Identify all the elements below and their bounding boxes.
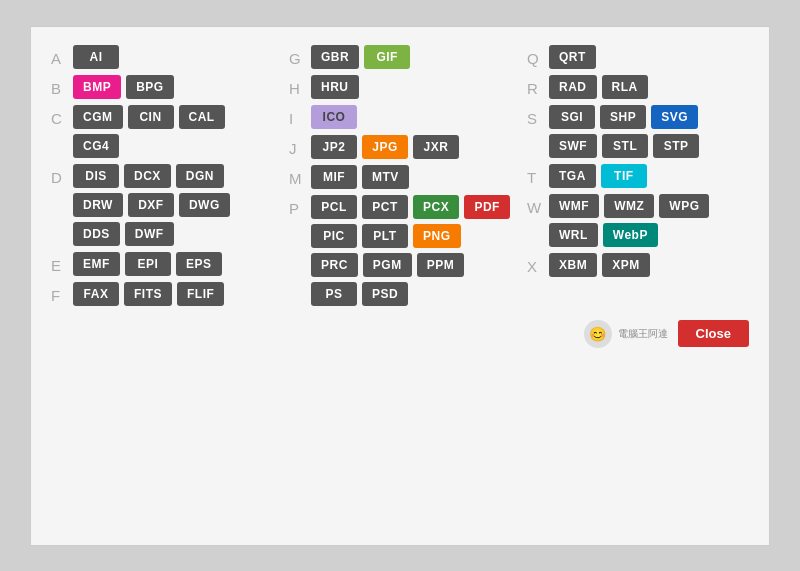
badges-F: FAXFITSFLIF <box>73 282 224 306</box>
badge-WRL[interactable]: WRL <box>549 223 598 247</box>
badge-WMZ[interactable]: WMZ <box>604 194 654 218</box>
badge-STP[interactable]: STP <box>653 134 699 158</box>
letter-A: A <box>51 45 73 67</box>
badge-PRC[interactable]: PRC <box>311 253 358 277</box>
badge-RAD[interactable]: RAD <box>549 75 597 99</box>
badge-TIF[interactable]: TIF <box>601 164 647 188</box>
badge-PLT[interactable]: PLT <box>362 224 408 248</box>
section-A: AAI <box>51 45 273 69</box>
badge-PCL[interactable]: PCL <box>311 195 357 219</box>
badge-DWG[interactable]: DWG <box>179 193 230 217</box>
badge-HRU[interactable]: HRU <box>311 75 359 99</box>
badge-TGA[interactable]: TGA <box>549 164 596 188</box>
letter-M: M <box>289 165 311 187</box>
letter-S: S <box>527 105 549 127</box>
letter-T: T <box>527 164 549 186</box>
badge-JPG[interactable]: JPG <box>362 135 408 159</box>
column-1: GGBRGIFHHRUIICOJJP2JPGJXRMMIFMTVPPCLPCTP… <box>281 45 519 312</box>
badge-EPS[interactable]: EPS <box>176 252 222 276</box>
badge-SWF[interactable]: SWF <box>549 134 597 158</box>
badge-FITS[interactable]: FITS <box>124 282 172 306</box>
letter-H: H <box>289 75 311 97</box>
section-C: CCGMCINCALCG4 <box>51 105 273 158</box>
badge-PCT[interactable]: PCT <box>362 195 408 219</box>
watermark: 😊 電腦王阿達 <box>584 320 668 348</box>
section-R: RRADRLA <box>527 75 749 99</box>
badge-CGM[interactable]: CGM <box>73 105 123 129</box>
badge-SVG[interactable]: SVG <box>651 105 698 129</box>
badge-EPI[interactable]: EPI <box>125 252 171 276</box>
badge-BMP[interactable]: BMP <box>73 75 121 99</box>
badge-PGM[interactable]: PGM <box>363 253 412 277</box>
badges-X: XBMXPM <box>549 253 650 277</box>
badges-E: EMFEPIEPS <box>73 252 222 276</box>
badge-FLIF[interactable]: FLIF <box>177 282 224 306</box>
badge-AI[interactable]: AI <box>73 45 119 69</box>
badge-EMF[interactable]: EMF <box>73 252 120 276</box>
section-H: HHRU <box>289 75 511 99</box>
section-M: MMIFMTV <box>289 165 511 189</box>
section-D: DDISDCXDGNDRWDXFDWGDDSDWF <box>51 164 273 246</box>
badge-JXR[interactable]: JXR <box>413 135 459 159</box>
badge-CAL[interactable]: CAL <box>179 105 225 129</box>
section-G: GGBRGIF <box>289 45 511 69</box>
section-W: WWMFWMZWPGWRLWebP <box>527 194 749 247</box>
section-E: EEMFEPIEPS <box>51 252 273 276</box>
badge-RLA[interactable]: RLA <box>602 75 648 99</box>
badges-M: MIFMTV <box>311 165 409 189</box>
badge-CIN[interactable]: CIN <box>128 105 174 129</box>
badge-PDF[interactable]: PDF <box>464 195 510 219</box>
letter-C: C <box>51 105 73 127</box>
badge-CG4[interactable]: CG4 <box>73 134 119 158</box>
letter-E: E <box>51 252 73 274</box>
badge-XPM[interactable]: XPM <box>602 253 650 277</box>
badge-QRT[interactable]: QRT <box>549 45 596 69</box>
badge-WebP[interactable]: WebP <box>603 223 658 247</box>
badge-DCX[interactable]: DCX <box>124 164 171 188</box>
badge-PS[interactable]: PS <box>311 282 357 306</box>
column-2: QQRTRRADRLASSGISHPSVGSWFSTLSTPTTGATIFWWM… <box>519 45 749 312</box>
letter-F: F <box>51 282 73 304</box>
badge-PSD[interactable]: PSD <box>362 282 408 306</box>
letter-B: B <box>51 75 73 97</box>
section-P: PPCLPCTPCXPDFPICPLTPNGPRCPGMPPMPSPSD <box>289 195 511 306</box>
badge-GIF[interactable]: GIF <box>364 45 410 69</box>
badge-MTV[interactable]: MTV <box>362 165 409 189</box>
badge-SHP[interactable]: SHP <box>600 105 646 129</box>
badges-B: BMPBPG <box>73 75 174 99</box>
close-button[interactable]: Close <box>678 320 749 347</box>
badge-PIC[interactable]: PIC <box>311 224 357 248</box>
badge-JP2[interactable]: JP2 <box>311 135 357 159</box>
section-Q: QQRT <box>527 45 749 69</box>
badge-WPG[interactable]: WPG <box>659 194 709 218</box>
badge-BPG[interactable]: BPG <box>126 75 174 99</box>
badges-W: WMFWMZWPGWRLWebP <box>549 194 749 247</box>
section-S: SSGISHPSVGSWFSTLSTP <box>527 105 749 158</box>
letter-Q: Q <box>527 45 549 67</box>
badge-MIF[interactable]: MIF <box>311 165 357 189</box>
badge-DWF[interactable]: DWF <box>125 222 174 246</box>
columns-container: AAIBBMPBPGCCGMCINCALCG4DDISDCXDGNDRWDXFD… <box>51 45 749 312</box>
close-row: 😊 電腦王阿達 Close <box>51 320 749 348</box>
column-0: AAIBBMPBPGCCGMCINCALCG4DDISDCXDGNDRWDXFD… <box>51 45 281 312</box>
badge-DDS[interactable]: DDS <box>73 222 120 246</box>
badge-DGN[interactable]: DGN <box>176 164 224 188</box>
badge-DXF[interactable]: DXF <box>128 193 174 217</box>
badge-ICO[interactable]: ICO <box>311 105 357 129</box>
badge-WMF[interactable]: WMF <box>549 194 599 218</box>
badge-PCX[interactable]: PCX <box>413 195 459 219</box>
badge-GBR[interactable]: GBR <box>311 45 359 69</box>
badges-I: ICO <box>311 105 357 129</box>
badge-FAX[interactable]: FAX <box>73 282 119 306</box>
badge-PNG[interactable]: PNG <box>413 224 461 248</box>
badge-PPM[interactable]: PPM <box>417 253 465 277</box>
badge-STL[interactable]: STL <box>602 134 648 158</box>
badge-SGI[interactable]: SGI <box>549 105 595 129</box>
badges-H: HRU <box>311 75 359 99</box>
badge-DIS[interactable]: DIS <box>73 164 119 188</box>
badges-P: PCLPCTPCXPDFPICPLTPNGPRCPGMPPMPSPSD <box>311 195 511 306</box>
badges-R: RADRLA <box>549 75 648 99</box>
badge-XBM[interactable]: XBM <box>549 253 597 277</box>
badges-D: DISDCXDGNDRWDXFDWGDDSDWF <box>73 164 273 246</box>
badge-DRW[interactable]: DRW <box>73 193 123 217</box>
